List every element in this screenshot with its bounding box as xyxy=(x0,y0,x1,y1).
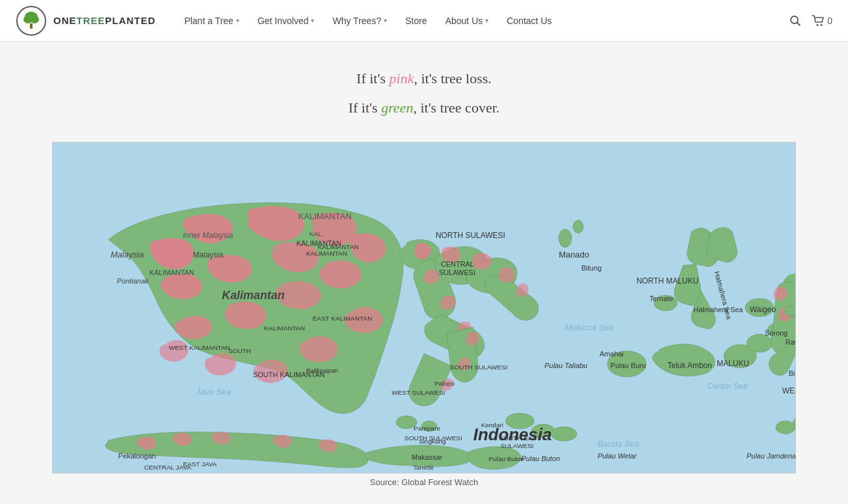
nav-store[interactable]: Store xyxy=(397,10,434,31)
svg-text:WEST KALIMANTAN: WEST KALIMANTAN xyxy=(169,344,230,351)
tagline-green-line: If it's green, it's tree cover. xyxy=(349,97,500,118)
logo-icon xyxy=(16,5,47,36)
svg-text:Indonesia: Indonesia xyxy=(473,425,552,444)
svg-text:Singkang: Singkang xyxy=(419,438,446,445)
svg-text:Bintuni: Bintuni xyxy=(789,369,795,377)
svg-text:Parepare: Parepare xyxy=(414,425,440,432)
svg-text:Halmahera Sea: Halmahera Sea xyxy=(693,306,743,313)
svg-text:CENTRAL: CENTRAL xyxy=(441,260,474,268)
svg-text:KAL.: KAL. xyxy=(310,230,324,237)
svg-text:Pekalongan: Pekalongan xyxy=(118,452,156,460)
nav-actions: 0 xyxy=(789,15,832,27)
svg-text:Pontianak: Pontianak xyxy=(117,277,149,285)
svg-text:Rawas: Rawas xyxy=(786,338,795,346)
svg-text:SULAWESI: SULAWESI xyxy=(439,269,475,276)
svg-text:SOUTH: SOUTH xyxy=(228,347,251,354)
tagline-area: If it's pink, it's tree loss. If it's gr… xyxy=(349,68,500,126)
svg-point-7 xyxy=(817,24,819,26)
svg-text:NORTH SULAWESI: NORTH SULAWESI xyxy=(436,231,505,240)
svg-text:EAST KALIMANTAN: EAST KALIMANTAN xyxy=(313,315,372,322)
svg-text:NORTH MALUKU: NORTH MALUKU xyxy=(637,276,698,285)
chevron-down-icon: ▾ xyxy=(311,17,314,24)
svg-text:Manado: Manado xyxy=(559,250,589,259)
svg-text:WEST PAPUA: WEST PAPUA xyxy=(782,386,795,395)
chevron-down-icon: ▾ xyxy=(236,17,239,24)
nav-contact-us[interactable]: Contact Us xyxy=(499,10,559,31)
cart-count: 0 xyxy=(827,16,832,26)
pink-word: pink xyxy=(390,70,414,86)
nav-about-us[interactable]: About Us ▾ xyxy=(438,10,497,31)
nav-get-involved[interactable]: Get Involved ▾ xyxy=(250,10,323,31)
svg-text:Balikpapan: Balikpapan xyxy=(306,367,338,374)
svg-text:WEST SULAWESI: WEST SULAWESI xyxy=(391,389,445,396)
search-icon xyxy=(789,15,801,27)
svg-point-18 xyxy=(747,334,773,352)
svg-text:Amahai: Amahai xyxy=(600,350,624,358)
svg-point-8 xyxy=(821,24,823,26)
chevron-down-icon: ▾ xyxy=(384,17,387,24)
svg-text:Ternate: Ternate xyxy=(650,295,673,302)
svg-text:Makassar: Makassar xyxy=(412,453,443,461)
svg-text:KALIMANTAN: KALIMANTAN xyxy=(306,250,347,257)
logo-text: ONETREEPLANTED xyxy=(53,15,155,26)
svg-point-3 xyxy=(30,16,39,23)
svg-line-6 xyxy=(797,22,801,25)
nav-why-trees[interactable]: Why Trees? ▾ xyxy=(325,10,395,31)
svg-text:Pulau Buton: Pulau Buton xyxy=(521,455,560,462)
svg-text:MALUKU: MALUKU xyxy=(717,359,749,368)
svg-text:Java Sea: Java Sea xyxy=(195,387,231,397)
svg-text:KALIMANTAN: KALIMANTAN xyxy=(150,269,194,276)
logo[interactable]: ONETREEPLANTED xyxy=(16,5,155,36)
svg-text:Pulau Buru: Pulau Buru xyxy=(611,362,646,369)
svg-text:Ceram Sea: Ceram Sea xyxy=(708,382,747,391)
svg-text:Pulau Buton: Pulau Buton xyxy=(489,455,524,462)
svg-text:Malaysia: Malaysia xyxy=(192,250,223,259)
svg-text:Waigeo: Waigeo xyxy=(750,305,776,314)
svg-text:Teluk Ambon: Teluk Ambon xyxy=(668,361,712,370)
svg-text:Molucca Sea: Molucca Sea xyxy=(565,323,614,332)
map-container: Java Sea Banda Sea Molucca Sea Makassar … xyxy=(52,142,796,473)
svg-text:Bitung: Bitung xyxy=(581,264,602,272)
svg-text:Sorong: Sorong xyxy=(765,329,788,337)
green-word: green xyxy=(381,99,413,116)
tagline-pink-line: If it's pink, it's tree loss. xyxy=(349,68,500,89)
svg-text:Pulau Jamdena: Pulau Jamdena xyxy=(747,452,795,460)
indonesia-map: Java Sea Banda Sea Molucca Sea Makassar … xyxy=(53,142,795,473)
header: ONETREEPLANTED Plant a Tree ▾ Get Involv… xyxy=(0,0,848,42)
svg-text:SOUTH SULAWESI: SOUTH SULAWESI xyxy=(450,364,508,371)
svg-text:Palopo: Palopo xyxy=(434,380,455,387)
main-content: If it's pink, it's tree loss. If it's gr… xyxy=(0,42,848,500)
svg-point-30 xyxy=(559,229,572,247)
svg-text:Tanetie: Tanetie xyxy=(413,464,434,471)
nav-plant-a-tree[interactable]: Plant a Tree ▾ xyxy=(176,10,247,31)
svg-text:inner Malaysia: inner Malaysia xyxy=(183,231,233,240)
svg-point-25 xyxy=(551,427,577,441)
svg-text:Pulau Taliabu: Pulau Taliabu xyxy=(544,362,587,369)
svg-point-31 xyxy=(573,220,583,233)
map-source: Source: Global Forest Watch xyxy=(370,477,478,487)
svg-rect-4 xyxy=(30,23,33,29)
svg-text:EAST JAVA: EAST JAVA xyxy=(183,460,217,468)
svg-text:KALIMANTAN: KALIMANTAN xyxy=(264,325,305,332)
chevron-down-icon: ▾ xyxy=(485,17,488,24)
main-nav: Plant a Tree ▾ Get Involved ▾ Why Trees?… xyxy=(176,10,789,31)
svg-text:KALIMANTAN: KALIMANTAN xyxy=(298,211,352,221)
svg-text:Malaysia: Malaysia xyxy=(111,250,144,259)
svg-text:Pulau Wetar: Pulau Wetar xyxy=(598,452,637,460)
svg-text:KALIMANTAN: KALIMANTAN xyxy=(297,239,341,247)
svg-text:Banda Sea: Banda Sea xyxy=(598,439,639,449)
cart-icon xyxy=(812,15,825,27)
search-button[interactable] xyxy=(789,15,801,27)
svg-text:Kalimantan: Kalimantan xyxy=(222,289,285,302)
cart-button[interactable]: 0 xyxy=(812,15,832,27)
svg-point-28 xyxy=(776,421,795,434)
svg-text:Surabaya: Surabaya xyxy=(196,471,227,473)
